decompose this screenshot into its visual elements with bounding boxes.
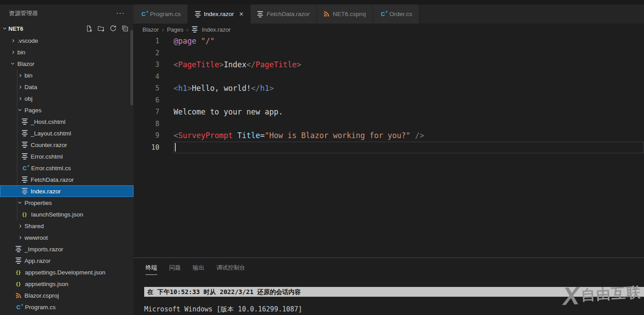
tree-item-label: Program.cs: [25, 304, 56, 311]
tree-item-label: Counter.razor: [31, 142, 67, 148]
code-line[interactable]: 7Welcome to your new app.: [134, 106, 644, 118]
code-line[interactable]: 3<PageTitle>Index</PageTitle>: [134, 59, 644, 71]
line-number: 10: [134, 142, 159, 154]
tab-order-cs[interactable]: COrder.cs: [373, 4, 419, 24]
tree-item-label: Shared: [24, 223, 44, 229]
tree-item-bin[interactable]: bin: [0, 70, 134, 81]
new-file-icon[interactable]: [85, 25, 93, 33]
breadcrumb-item-blazor[interactable]: Blazor: [142, 26, 159, 33]
code-line-content: <h1>Hello, world!</h1>: [174, 82, 644, 94]
code-token: </: [247, 60, 255, 69]
tab-fetchdata-razor[interactable]: FetchData.razor: [251, 4, 317, 24]
tree-item-blazor-csproj[interactable]: Blazor.csproj: [0, 290, 134, 301]
panel-tab-调试控制台[interactable]: 调试控制台: [216, 264, 245, 275]
refresh-icon[interactable]: [109, 25, 117, 33]
tree-item-vscode[interactable]: .vscode: [0, 35, 134, 46]
terminal-output[interactable]: Microsoft Windows [版本 10.0.16299.1087]: [144, 305, 302, 314]
tree-item-label: _Layout.cshtml: [31, 130, 71, 137]
code-token: <: [174, 131, 178, 140]
tree-item-launchsettings-json[interactable]: {}launchSettings.json: [0, 209, 134, 220]
tree-item-properties[interactable]: Properties: [0, 197, 134, 209]
tree-item-error-cshtml-cs[interactable]: CError.cshtml.cs: [0, 162, 134, 174]
tree-item-label: launchSettings.json: [31, 211, 83, 218]
code-token: PageTitle: [178, 60, 219, 69]
tree-item-app-razor[interactable]: App.razor: [0, 255, 134, 266]
json-file-icon: {}: [15, 269, 22, 276]
razor-file-icon: [21, 142, 28, 148]
panel-tab-输出[interactable]: 输出: [193, 264, 204, 275]
tree-item-layout-cshtml[interactable]: _Layout.cshtml: [0, 127, 134, 139]
chevron-right-icon: ›: [162, 26, 164, 33]
close-icon[interactable]: ×: [239, 11, 243, 18]
collapse-folders-icon[interactable]: [121, 25, 129, 33]
code-line[interactable]: 2: [134, 47, 644, 59]
code-line[interactable]: 1@page "/": [134, 35, 644, 47]
breadcrumb-item-index-razor[interactable]: Index.razor: [202, 26, 231, 33]
tree-item-blazor[interactable]: Blazor: [0, 58, 134, 70]
tree-item-obj[interactable]: obj: [0, 93, 134, 104]
tree-item-error-cshtml[interactable]: Error.cshtml: [0, 151, 134, 162]
code-token: </: [251, 84, 260, 93]
explorer-section-header[interactable]: NET6: [0, 22, 134, 35]
line-number: 8: [134, 118, 159, 130]
code-line-content: [174, 142, 644, 154]
code-token: h1: [178, 84, 187, 93]
razor-file-icon: [21, 188, 28, 194]
tree-item-label: wwwroot: [24, 234, 48, 241]
more-actions-icon[interactable]: ···: [113, 9, 127, 17]
csharp-file-icon: C: [380, 11, 386, 17]
tree-item-shared[interactable]: Shared: [0, 220, 134, 232]
code-line[interactable]: 10: [134, 142, 644, 154]
razor-file-icon: [21, 153, 28, 160]
tree-item-index-razor[interactable]: Index.razor: [0, 185, 134, 197]
sidebar-scrollbar[interactable]: [130, 30, 133, 105]
code-line[interactable]: 9<SurveyPrompt Title="How is Blazor work…: [134, 130, 644, 142]
breadcrumb-item-pages[interactable]: Pages: [167, 26, 183, 33]
tree-item-label: Data: [24, 84, 37, 90]
chevron-down-icon: [11, 61, 14, 65]
panel-tab-终端[interactable]: 终端: [146, 264, 157, 275]
tree-item-label: Error.cshtml.cs: [31, 165, 71, 172]
tree-item-label: Pages: [24, 107, 41, 114]
code-token: <: [174, 84, 178, 93]
panel-tab-问题[interactable]: 问题: [169, 264, 181, 275]
line-number: 7: [134, 106, 159, 118]
tab-program-cs[interactable]: CProgram.cs: [134, 4, 188, 24]
tab-net6-csproj[interactable]: NET6.csproj: [317, 4, 373, 24]
panel-tab-bar: 终端问题输出调试控制台: [146, 264, 245, 275]
chevron-right-icon: ›: [186, 26, 188, 33]
tree-item-host-cshtml[interactable]: _Host.cshtml: [0, 116, 134, 127]
razor-file-icon: [21, 130, 28, 136]
tree-item-counter-razor[interactable]: Counter.razor: [0, 139, 134, 151]
explorer-title: 资源管理器: [9, 9, 38, 17]
code-line-content: <SurveyPrompt Title="How is Blazor worki…: [174, 130, 644, 142]
tree-item-appsettings-development-json[interactable]: {}appsettings.Development.json: [0, 266, 134, 278]
code-token: >: [187, 84, 192, 93]
tree-item-appsettings-json[interactable]: {}appsettings.json: [0, 278, 134, 290]
code-line[interactable]: 5<h1>Hello, world!</h1>: [134, 82, 644, 94]
csproj-file-icon: [15, 292, 21, 299]
tree-item-wwwroot[interactable]: wwwroot: [0, 232, 134, 243]
tree-item-program-cs[interactable]: CProgram.cs: [0, 301, 134, 313]
tree-item-bin[interactable]: bin: [0, 46, 134, 58]
editor-group: CProgram.csIndex.razor×FetchData.razorNE…: [134, 4, 644, 315]
tab-index-razor[interactable]: Index.razor×: [188, 4, 251, 24]
code-token: "/": [201, 37, 215, 45]
code-line[interactable]: 8: [134, 118, 644, 130]
code-line-content: @page "/": [174, 35, 644, 47]
tree-item-label: Blazor.csproj: [24, 292, 59, 299]
tree-item-data[interactable]: Data: [0, 81, 134, 93]
code-line[interactable]: 4: [134, 71, 644, 83]
tree-item-imports-razor[interactable]: _Imports.razor: [0, 243, 134, 255]
chevron-right-icon: [18, 236, 21, 239]
code-line[interactable]: 6: [134, 94, 644, 106]
code-editor[interactable]: 1@page "/"23<PageTitle>Index</PageTitle>…: [134, 35, 644, 258]
tree-item-label: .vscode: [17, 37, 38, 44]
new-folder-icon[interactable]: [97, 25, 105, 33]
chevron-right-icon: [11, 50, 14, 53]
line-number: 6: [134, 94, 159, 106]
tree-item-fetchdata-razor[interactable]: FetchData.razor: [0, 174, 134, 185]
tree-item-pages[interactable]: Pages: [0, 104, 134, 116]
csharp-file-icon: C: [140, 11, 147, 17]
code-line-content: [174, 94, 644, 106]
